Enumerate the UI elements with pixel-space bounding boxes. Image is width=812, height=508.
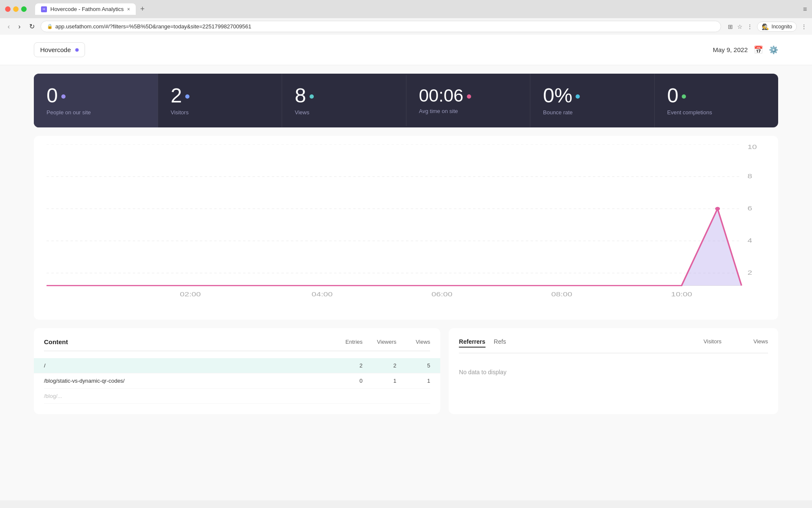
referrers-tabs: Referrers Refs Visitors Views — [459, 338, 768, 353]
date-display: May 9, 2022 — [713, 46, 748, 53]
active-tab[interactable]: H Hovercode - Fathom Analytics × — [35, 3, 136, 15]
chart-area: 2 4 6 8 10 02:00 04:00 06:00 08:00 10:00 — [34, 136, 778, 320]
window-menu-button[interactable]: ≡ — [803, 6, 807, 13]
svg-text:04:00: 04:00 — [312, 290, 333, 298]
new-tab-button[interactable]: + — [137, 5, 147, 14]
stat-dot-time — [467, 94, 471, 99]
stats-bar: 0 People on our site 2 Visitors 8 Views … — [34, 74, 778, 127]
col-entries: Entries — [329, 339, 362, 345]
incognito-icon: 🕵 — [762, 23, 769, 30]
svg-text:10:00: 10:00 — [671, 290, 692, 298]
stat-value-visitors: 2 — [171, 86, 182, 106]
stat-value-time: 00:06 — [419, 87, 464, 105]
browser-titlebar: H Hovercode - Fathom Analytics × + ≡ — [0, 0, 812, 18]
content-table-header: Content Entries Viewers Views — [44, 338, 430, 351]
stat-event-completions[interactable]: 0 Event completions — [654, 74, 779, 127]
browser-nav-icons: ⊞ ☆ ⋮ 🕵 Incognito ⋮ — [728, 22, 807, 32]
minimize-button[interactable] — [13, 6, 19, 12]
svg-text:08:00: 08:00 — [551, 290, 573, 298]
ref-col-visitors: Visitors — [688, 338, 721, 348]
close-button[interactable] — [5, 6, 11, 12]
settings-icon[interactable]: ⚙️ — [769, 45, 778, 55]
stat-label-views: Views — [295, 109, 309, 116]
row-views: 1 — [396, 378, 430, 384]
site-selector[interactable]: Hovercode — [34, 42, 85, 57]
svg-text:6: 6 — [748, 205, 752, 212]
tab-refs[interactable]: Refs — [494, 338, 506, 348]
tab-referrers[interactable]: Referrers — [459, 338, 485, 348]
browser-nav: ‹ › ↻ 🔒 app.usefathom.com/#/?filters=%5B… — [0, 18, 812, 35]
calendar-icon[interactable]: 📅 — [754, 45, 763, 55]
stat-label-time: Avg time on site — [419, 108, 458, 114]
stat-value-row-bounce: 0% — [543, 86, 580, 106]
maximize-button[interactable] — [21, 6, 27, 12]
incognito-badge: 🕵 Incognito — [757, 22, 797, 32]
stat-dot-views — [310, 94, 314, 99]
stat-value-row: 0 — [47, 86, 66, 106]
svg-text:8: 8 — [748, 173, 752, 180]
bookmark-icon[interactable]: ☆ — [737, 23, 743, 30]
stat-people-on-site[interactable]: 0 People on our site — [34, 74, 158, 127]
browser-chrome: H Hovercode - Fathom Analytics × + ≡ ‹ ›… — [0, 0, 812, 35]
more-options-icon[interactable]: ⋮ — [801, 23, 807, 30]
stat-visitors[interactable]: 2 Visitors — [158, 74, 282, 127]
svg-text:4: 4 — [748, 237, 752, 244]
stat-value-bounce: 0% — [543, 86, 572, 106]
stat-bounce-rate[interactable]: 0% Bounce rate — [530, 74, 654, 127]
table-row[interactable]: /blog/... — [44, 389, 430, 404]
app-header: Hovercode May 9, 2022 📅 ⚙️ — [0, 35, 812, 65]
stat-label-bounce: Bounce rate — [543, 109, 573, 116]
row-viewers: 1 — [362, 378, 396, 384]
svg-text:02:00: 02:00 — [180, 290, 201, 298]
tables-section: Content Entries Viewers Views / 2 2 5 /b… — [34, 328, 778, 414]
table-row[interactable]: /blog/static-vs-dynamic-qr-codes/ 0 1 1 — [44, 373, 430, 389]
forward-button[interactable]: › — [16, 22, 23, 31]
app-content: Hovercode May 9, 2022 📅 ⚙️ 0 People on o… — [0, 35, 812, 500]
back-button[interactable]: ‹ — [5, 22, 12, 31]
stat-dot-visitors — [185, 94, 189, 99]
url-text: app.usefathom.com/#/?filters=%5B%5D&rang… — [55, 23, 252, 30]
row-path: /blog/... — [44, 393, 329, 399]
stat-value-events: 0 — [667, 86, 679, 106]
address-bar[interactable]: 🔒 app.usefathom.com/#/?filters=%5B%5D&ra… — [41, 21, 721, 32]
stat-dot-bounce — [576, 94, 580, 99]
content-table-card: Content Entries Viewers Views / 2 2 5 /b… — [34, 328, 440, 414]
referrers-card: Referrers Refs Visitors Views No data to… — [449, 328, 778, 414]
chart-fill-area — [47, 209, 741, 286]
extensions-icon[interactable]: ⊞ — [728, 23, 733, 30]
tab-title: Hovercode - Fathom Analytics — [50, 6, 123, 12]
stat-label-visitors: Visitors — [171, 109, 189, 116]
row-viewers: 2 — [362, 362, 396, 369]
traffic-lights — [5, 6, 27, 12]
lock-icon: 🔒 — [47, 24, 53, 29]
refresh-button[interactable]: ↻ — [27, 22, 37, 31]
stat-label-events: Event completions — [667, 109, 712, 116]
stat-value-row-time: 00:06 — [419, 87, 471, 105]
row-path: / — [44, 362, 329, 369]
stat-value-row-visitors: 2 — [171, 86, 190, 106]
stat-avg-time[interactable]: 00:06 Avg time on site — [406, 75, 530, 126]
row-path: /blog/static-vs-dynamic-qr-codes/ — [44, 378, 329, 384]
stat-dot-people — [61, 94, 66, 99]
row-entries: 2 — [329, 362, 362, 369]
header-right: May 9, 2022 📅 ⚙️ — [713, 45, 778, 55]
svg-text:2: 2 — [748, 269, 752, 276]
table-row[interactable]: / 2 2 5 — [34, 358, 440, 373]
incognito-label: Incognito — [771, 24, 792, 30]
stat-views[interactable]: 8 Views — [282, 74, 406, 127]
svg-text:06:00: 06:00 — [431, 290, 453, 298]
chart-peak-dot — [715, 207, 720, 210]
svg-text:10: 10 — [748, 144, 757, 150]
row-views: 5 — [396, 362, 430, 369]
tab-bar: H Hovercode - Fathom Analytics × + — [35, 3, 800, 15]
chart-line — [47, 209, 741, 286]
line-chart: 2 4 6 8 10 02:00 04:00 06:00 08:00 10:00 — [47, 144, 765, 305]
col-viewers: Viewers — [362, 339, 396, 345]
stat-value-row-views: 8 — [295, 86, 314, 106]
browser-settings-icon[interactable]: ⋮ — [747, 23, 753, 30]
ref-col-views: Views — [734, 338, 768, 348]
stat-value-row-events: 0 — [667, 86, 686, 106]
content-table-columns: Entries Viewers Views — [329, 339, 430, 345]
row-entries: 0 — [329, 378, 362, 384]
tab-close-button[interactable]: × — [127, 6, 130, 12]
